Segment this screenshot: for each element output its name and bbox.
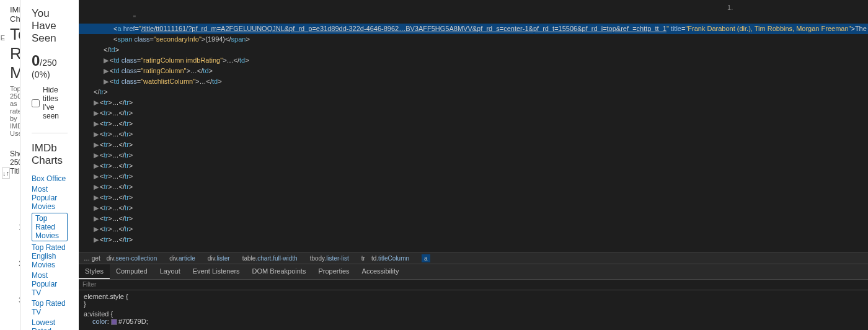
- seen-count: 0/250 (0%): [32, 52, 68, 79]
- tree-row[interactable]: ▶<tr>…</tr>: [79, 129, 868, 140]
- selected-element[interactable]: <a href="/title/tt0111161/?pf_rd_m=A2FGE…: [79, 24, 868, 34]
- rank-number: 1.: [19, 222, 20, 231]
- devtools-tab[interactable]: Event Listeners: [187, 264, 246, 279]
- crumb-item[interactable]: tr: [361, 255, 365, 262]
- elements-tree[interactable]: 1. " <a href="/title/tt0111161/?pf_rd_m=…: [79, 0, 868, 252]
- crumb-item[interactable]: td.titleColumn: [371, 255, 415, 262]
- devtools-tab[interactable]: Accessibility: [356, 264, 405, 279]
- devtools-tab[interactable]: Computed: [110, 264, 154, 279]
- styles-filter-input[interactable]: [82, 281, 868, 288]
- tree-row[interactable]: ▶<tr>…</tr>: [79, 182, 868, 192]
- crumb-item[interactable]: div.lister: [208, 255, 236, 262]
- imdb-charts-group: IMDb Charts Box OfficeMost Popular Movie…: [32, 133, 68, 330]
- styles-filter-row: :hov .cls + ⋮: [79, 280, 868, 290]
- devtools-tab[interactable]: Properties: [312, 264, 355, 279]
- sidebar-link[interactable]: Top Rated English Movies: [32, 243, 68, 269]
- sidebar: You Have Seen 0/250 (0%) Hide titles I'v…: [20, 0, 79, 330]
- devtools-tab[interactable]: DOM Breakpoints: [246, 264, 312, 279]
- charts-heading: IMDb Charts: [32, 142, 68, 167]
- tree-row[interactable]: ▶<tr>…</tr>: [79, 150, 868, 161]
- tree-row[interactable]: ▶<tr>…</tr>: [79, 203, 868, 213]
- share-button[interactable]: < SHARE: [0, 19, 5, 42]
- styles-pane[interactable]: element.style {} 2zfl3$mv1XMg6a9.css:24 …: [79, 290, 868, 330]
- seen-heading: You Have Seen: [32, 7, 68, 45]
- crumb-item[interactable]: … get: [84, 255, 100, 262]
- share-icon: <: [0, 19, 5, 33]
- tree-row[interactable]: ▶<tr>…</tr>: [79, 224, 868, 234]
- tree-row[interactable]: ▶<tr>…</tr>: [79, 118, 868, 129]
- sidebar-link[interactable]: Most Popular Movies: [32, 185, 68, 211]
- crumb-item[interactable]: div.article: [169, 255, 202, 262]
- tree-row[interactable]: ▶<tr>…</tr>: [79, 140, 868, 150]
- sidebar-link[interactable]: Most Popular TV: [32, 271, 68, 297]
- hide-seen-label: Hide titles I've seen: [43, 86, 68, 120]
- hide-seen-row: Hide titles I've seen: [32, 86, 68, 120]
- crumb-item[interactable]: table.chart.full-width: [242, 255, 304, 262]
- sort-direction-toggle[interactable]: ↓↑: [2, 167, 10, 179]
- hide-seen-checkbox[interactable]: [32, 99, 40, 107]
- crumb-item[interactable]: a: [422, 254, 430, 262]
- devtools-tab[interactable]: Styles: [79, 264, 110, 279]
- sidebar-link[interactable]: Top Rated Movies: [32, 213, 68, 241]
- devtools-tabs: StylesComputedLayoutEvent ListenersDOM B…: [79, 264, 868, 280]
- crumb-item[interactable]: tbody.lister-list: [310, 255, 355, 262]
- tree-row[interactable]: ▶<tr>…</tr>: [79, 97, 868, 108]
- sidebar-link[interactable]: Top Rated TV: [32, 299, 68, 316]
- devtools-tab[interactable]: Layout: [154, 264, 187, 279]
- color-swatch[interactable]: [111, 319, 117, 325]
- share-label: SHARE: [0, 34, 5, 42]
- breadcrumb-path[interactable]: … getdiv.seen-collectiondiv.articlediv.l…: [79, 252, 868, 264]
- devtools-panel: 1. " <a href="/title/tt0111161/?pf_rd_m=…: [79, 0, 868, 330]
- crumb-item[interactable]: div.seen-collection: [107, 255, 164, 262]
- tree-row[interactable]: ▶<tr>…</tr>: [79, 171, 868, 182]
- sidebar-link[interactable]: Box Office: [32, 174, 68, 183]
- tree-row[interactable]: ▶<tr>…</tr>: [79, 234, 868, 245]
- tree-row[interactable]: ▶<tr>…</tr>: [79, 161, 868, 171]
- tree-row[interactable]: ▶<tr>…</tr>: [79, 108, 868, 118]
- main-content: IMDb Charts Top Rated Movies Top 250 as …: [0, 0, 20, 330]
- rank-number: 3.: [19, 295, 20, 305]
- sidebar-link[interactable]: Lowest Rated Movies: [32, 318, 68, 330]
- tree-row[interactable]: ▶<tr>…</tr>: [79, 213, 868, 224]
- tree-row[interactable]: ▶<tr>…</tr>: [79, 192, 868, 203]
- rank-number: 2.: [19, 259, 20, 268]
